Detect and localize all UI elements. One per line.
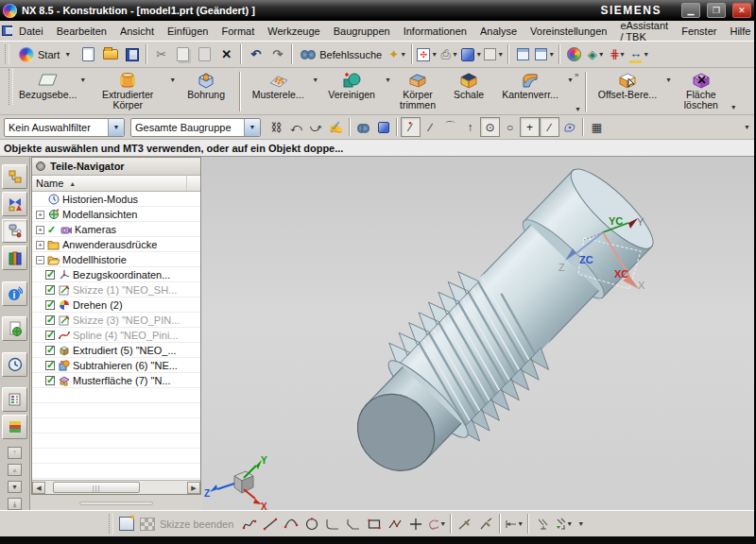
snap-pole-toggle[interactable]: ↑ (460, 117, 480, 137)
menu-ansicht[interactable]: Ansicht (113, 23, 161, 40)
history-tab[interactable] (2, 352, 27, 377)
tree-item-sketch-1[interactable]: Skizze (1) "NEO_SH... (32, 282, 200, 298)
tree-item-datum-csys[interactable]: Bezugskoordinaten... (32, 267, 200, 282)
reuse-library-tab[interactable] (2, 246, 27, 270)
menu-baugruppen[interactable]: Baugruppen (327, 23, 397, 40)
select-previous-button[interactable]: ⤺ (286, 117, 306, 137)
grid-snap-button[interactable]: ▦ (587, 117, 607, 137)
command-search-button[interactable]: Befehlssuche (296, 43, 387, 66)
tree-item-subtract[interactable]: Subtrahieren (6) "NE... (32, 358, 200, 373)
copy-button[interactable] (172, 43, 194, 65)
quick-trim-button[interactable] (455, 514, 475, 535)
selection-scope-combo[interactable]: Gesamte Baugruppe ▼ (130, 118, 261, 137)
resource-scroll-down-button[interactable]: ▼ (8, 481, 22, 493)
snap-intersection-toggle[interactable]: + (520, 117, 540, 137)
redo-button[interactable]: ↷ (266, 43, 288, 65)
toolbar-options-chevron[interactable]: ▼ (577, 520, 584, 527)
chevron-down-icon[interactable]: ▼ (244, 119, 260, 136)
tree-item-extrude[interactable]: Extrudiert (5) "NEO_... (32, 343, 200, 358)
panel-splitter[interactable] (31, 497, 201, 509)
highlight-button[interactable] (353, 117, 373, 137)
expand-icon[interactable]: + (36, 241, 44, 249)
chevron-down-icon[interactable]: ▼ (312, 76, 318, 83)
chevron-down-icon[interactable]: ▼ (169, 76, 176, 83)
chevron-down-icon[interactable]: ▼ (567, 76, 574, 83)
snap-tangent-toggle[interactable]: ⌒ (440, 117, 460, 137)
undo-button[interactable]: ↶ (245, 43, 266, 65)
chevron-down-icon[interactable]: ▼ (79, 76, 86, 83)
collapse-icon[interactable]: − (36, 256, 44, 264)
tree-item-history-mode[interactable]: Historien-Modus (32, 192, 200, 207)
scroll-right-arrow[interactable]: ▶ (187, 482, 200, 494)
snap-center-toggle[interactable]: ⊙ (480, 117, 500, 137)
feature-checkbox[interactable] (45, 361, 55, 370)
sketch-environment-button[interactable] (116, 514, 137, 535)
feature-checkbox[interactable] (45, 270, 55, 280)
polyline-tool-button[interactable] (385, 514, 405, 535)
tree-item-model-views[interactable]: + Modellansichten (32, 207, 200, 222)
menu-analyse[interactable]: Analyse (473, 23, 524, 40)
snap-point-on-curve-toggle[interactable]: ∕ (540, 117, 559, 137)
constraint-navigator-tab[interactable] (2, 192, 27, 216)
feature-checkbox[interactable] (45, 315, 55, 325)
role-palette-button[interactable] (563, 43, 585, 65)
hole-button[interactable]: Bohrung (176, 69, 236, 114)
start-button[interactable]: Start ▼ (12, 43, 77, 66)
feature-checkbox[interactable] (45, 346, 55, 355)
solid-body-snap-button[interactable] (373, 117, 393, 137)
chevron-down-icon[interactable]: ▼ (385, 76, 391, 83)
menu-datei[interactable]: Datei (12, 23, 50, 40)
save-button[interactable] (121, 43, 143, 65)
delete-face-button[interactable]: Fläche löschen (672, 69, 730, 114)
quick-extend-button[interactable] (475, 514, 496, 535)
chevron-down-icon[interactable]: ▼ (730, 104, 737, 110)
expand-icon[interactable]: + (36, 226, 44, 234)
horizontal-scrollbar[interactable]: ◀ ||| ▶ (32, 480, 200, 494)
toolbar-grip[interactable] (9, 69, 13, 105)
tree-item-user-expressions[interactable]: + Anwenderausdrücke (32, 237, 200, 252)
rapid-dimension-button[interactable]: ▼ (504, 514, 524, 535)
feature-checkbox[interactable] (45, 285, 55, 295)
snap-quadrant-toggle[interactable]: ○ (500, 117, 520, 137)
tree-item-sketch-3[interactable]: Skizze (3) "NEO_PIN... (32, 313, 200, 328)
select-next-button[interactable]: ⤻ (306, 117, 326, 137)
toolbar-grip[interactable] (109, 514, 113, 535)
fit-view-button[interactable]: ✣▼ (416, 43, 438, 65)
shell-button[interactable]: Schale (444, 69, 493, 114)
hd3d-tools-tab[interactable] (2, 316, 27, 341)
cut-button[interactable]: ✂ (150, 43, 172, 65)
geometric-constraints-button[interactable] (532, 514, 553, 535)
menu-fenster[interactable]: Fenster (675, 23, 723, 40)
close-button[interactable]: ✕ (732, 3, 751, 18)
scroll-left-arrow[interactable]: ◀ (32, 482, 45, 494)
extrude-button[interactable]: Extrudierter Körper (86, 69, 169, 114)
edge-blend-button[interactable]: Kantenverr... (493, 69, 567, 114)
shaded-view-button[interactable]: ▼ (460, 43, 483, 65)
menu-eassistant[interactable]: eAssistant / TBK (613, 17, 675, 45)
assembly-constraints-button[interactable]: ⋕▼ (607, 43, 628, 65)
interpart-select-button[interactable]: ⛓ (266, 117, 286, 137)
chevron-down-icon[interactable]: ▼ (665, 76, 672, 83)
render-style-button[interactable]: ⎙▼ (438, 43, 460, 65)
menu-einfuegen[interactable]: Einfügen (161, 23, 215, 40)
resource-scroll-up-button[interactable]: ▲ (8, 464, 22, 476)
select-hand-button[interactable]: ✍ (326, 117, 346, 137)
feature-checkbox[interactable] (45, 376, 55, 385)
tree-item-pattern-face[interactable]: Musterfläche (7) "N... (32, 373, 200, 388)
toolbar-overflow[interactable]: »▼ (574, 69, 582, 114)
constraint-display-button[interactable]: ▼ (553, 514, 574, 535)
arc-tool-button[interactable] (281, 514, 301, 535)
snap-endpoint-toggle[interactable]: ∕● (401, 117, 421, 137)
circle-tool-button[interactable] (301, 514, 322, 535)
snap-midpoint-toggle[interactable]: ∕ (421, 117, 440, 137)
trim-body-button[interactable]: Körper trimmen (391, 69, 444, 114)
measure-button[interactable]: ↔▼ (628, 43, 650, 65)
feature-checkbox[interactable] (45, 331, 55, 340)
selection-filter-combo[interactable]: Kein Auswahlfilter ▼ (4, 118, 125, 137)
open-file-button[interactable] (99, 43, 121, 65)
toolbar-options-chevron[interactable]: ▼ (744, 124, 750, 130)
new-file-button[interactable] (77, 43, 99, 65)
profile-tool-button[interactable] (239, 514, 260, 535)
tree-item-spline[interactable]: Spline (4) "NEO_Pini... (32, 328, 200, 343)
chevron-down-icon[interactable]: ▼ (108, 119, 124, 136)
